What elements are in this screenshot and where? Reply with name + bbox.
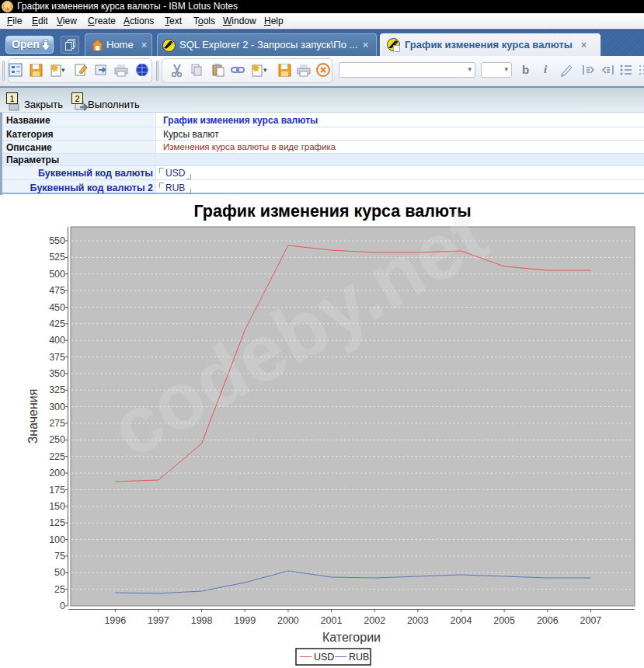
svg-text:2005: 2005 — [493, 615, 515, 626]
svg-text:225: 225 — [49, 451, 65, 462]
svg-text:0: 0 — [60, 600, 65, 611]
svg-text:50: 50 — [54, 567, 65, 578]
svg-text:425: 425 — [49, 318, 65, 329]
svg-text:150: 150 — [49, 501, 65, 512]
svg-text:75: 75 — [54, 551, 65, 562]
svg-text:500: 500 — [49, 269, 65, 280]
svg-text:200: 200 — [49, 468, 65, 478]
svg-text:1996: 1996 — [104, 615, 126, 626]
svg-text:125: 125 — [49, 517, 65, 528]
svg-text:2006: 2006 — [537, 615, 559, 626]
svg-text:175: 175 — [49, 485, 65, 496]
svg-text:550: 550 — [49, 235, 65, 246]
svg-text:475: 475 — [49, 285, 65, 296]
svg-text:1999: 1999 — [234, 615, 256, 626]
svg-text:2002: 2002 — [364, 615, 385, 626]
svg-text:250: 250 — [49, 434, 65, 445]
svg-text:USD: USD — [314, 652, 334, 663]
svg-text:2003: 2003 — [407, 615, 429, 626]
svg-text:525: 525 — [49, 252, 65, 263]
svg-text:25: 25 — [54, 584, 65, 595]
svg-text:325: 325 — [49, 384, 65, 395]
svg-text:2001: 2001 — [321, 615, 343, 626]
svg-text:100: 100 — [49, 534, 65, 545]
svg-text:Категории: Категории — [322, 631, 381, 644]
svg-text:275: 275 — [49, 418, 65, 429]
svg-text:RUB: RUB — [349, 652, 369, 663]
svg-text:2000: 2000 — [277, 615, 299, 626]
svg-text:300: 300 — [49, 402, 65, 412]
svg-text:Значения: Значения — [26, 389, 40, 444]
svg-text:2004: 2004 — [451, 615, 472, 626]
svg-text:375: 375 — [49, 352, 65, 363]
svg-text:1998: 1998 — [191, 615, 213, 626]
svg-text:1997: 1997 — [148, 615, 169, 626]
svg-text:2007: 2007 — [580, 615, 601, 626]
svg-text:350: 350 — [49, 368, 65, 379]
svg-text:400: 400 — [49, 335, 65, 346]
svg-text:450: 450 — [49, 302, 65, 313]
